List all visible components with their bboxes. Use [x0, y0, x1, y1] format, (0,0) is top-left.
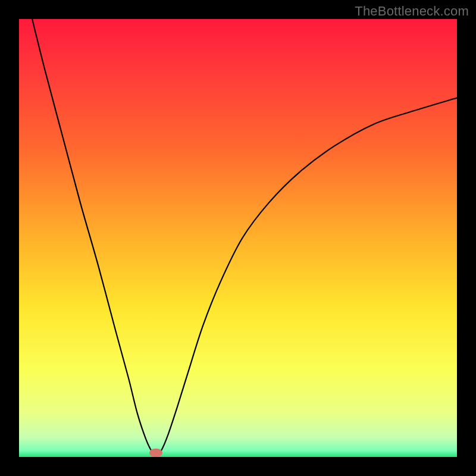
plot-area [19, 19, 457, 457]
chart-frame: TheBottleneck.com [0, 0, 476, 476]
bottleneck-curve [19, 19, 457, 457]
minimum-marker [149, 449, 162, 457]
watermark-text: TheBottleneck.com [355, 4, 469, 19]
